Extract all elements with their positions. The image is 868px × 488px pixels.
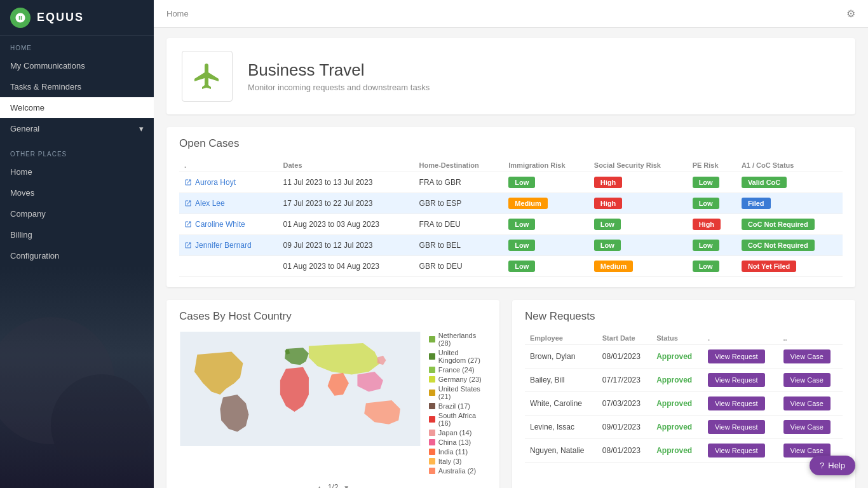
open-cases-table: . Dates Home-Destination Immigration Ris… (179, 159, 843, 277)
legend-dot (429, 353, 435, 360)
sidebar-background-image (0, 266, 154, 488)
req-start-date: 07/17/2023 (597, 369, 651, 392)
sidebar-item-home[interactable]: Home (0, 161, 154, 182)
sidebar-logo: EQUUS (0, 0, 154, 36)
case-link[interactable]: Aurora Hoyt (184, 178, 273, 187)
view-request-button[interactable]: View Request (708, 349, 765, 363)
legend-label: India (11) (438, 448, 468, 456)
req-employee: Brown, Dylan (525, 345, 597, 369)
col-imm-risk: Immigration Risk (503, 159, 589, 172)
req-status: Approved (651, 439, 703, 463)
legend-item: Italy (3) (429, 458, 487, 465)
status-badge: Approved (656, 399, 692, 408)
legend-label: Netherlands (28) (438, 332, 487, 347)
view-case-button[interactable]: View Case (783, 396, 831, 410)
page-content: Business Travel Monitor incoming request… (154, 28, 868, 488)
case-ss-risk: High (589, 193, 688, 214)
equus-logo-icon (10, 8, 31, 28)
case-imm-risk: Low (503, 256, 589, 277)
help-label: Help (828, 461, 845, 470)
sidebar-item-billing[interactable]: Billing (0, 224, 154, 245)
main-content: Home ⚙ Business Travel Monitor incoming … (154, 0, 868, 488)
sidebar-item-configuration[interactable]: Configuration (0, 245, 154, 266)
view-case-button[interactable]: View Case (783, 349, 831, 363)
case-link[interactable]: Caroline White (184, 220, 273, 229)
view-request-button[interactable]: View Request (708, 420, 765, 434)
req-status: Approved (651, 392, 703, 416)
pagination-indicator: 1/2 (328, 483, 339, 488)
case-name[interactable]: Caroline White (195, 220, 245, 229)
case-route: FRA to GBR (414, 172, 504, 193)
legend-dot (429, 367, 435, 373)
chevron-down-icon: ▾ (139, 124, 144, 133)
sidebar-item-welcome[interactable]: Welcome (0, 97, 154, 118)
col-coc-status: A1 / CoC Status (736, 159, 843, 172)
help-button[interactable]: ? Help (810, 456, 855, 475)
view-case-button[interactable]: View Case (783, 420, 831, 434)
case-link[interactable]: Alex Lee (184, 199, 273, 208)
request-row: Brown, Dylan08/01/2023ApprovedView Reque… (525, 345, 843, 369)
req-employee: Levine, Issac (525, 416, 597, 439)
sidebar-item-moves[interactable]: Moves (0, 182, 154, 203)
req-col-action1: . (703, 332, 778, 345)
case-name[interactable]: Aurora Hoyt (195, 178, 236, 187)
settings-button[interactable]: ⚙ (846, 8, 855, 20)
case-name[interactable]: Jennifer Bernard (195, 241, 252, 250)
case-pe-risk: High (688, 214, 736, 235)
legend-label: Australia (2) (438, 467, 476, 475)
case-route: FRA to DEU (414, 214, 504, 235)
request-row: Nguyen, Natalie08/01/2023ApprovedView Re… (525, 439, 843, 463)
legend-dot (429, 458, 435, 464)
req-status: Approved (651, 416, 703, 439)
map-legend: Netherlands (28)United Kingdom (27)Franc… (429, 332, 487, 477)
sidebar-item-my-communications[interactable]: My Communications (0, 55, 154, 76)
status-badge: Approved (656, 423, 692, 431)
case-ss-risk: Low (589, 235, 688, 256)
view-case-button[interactable]: View Case (783, 373, 831, 387)
legend-label: United States (21) (438, 385, 487, 400)
col-icon: . (179, 159, 278, 172)
legend-item: Brazil (17) (429, 402, 487, 410)
legend-dot (429, 430, 435, 436)
req-col-employee: Employee (525, 332, 597, 345)
request-row: Levine, Issac09/01/2023ApprovedView Requ… (525, 416, 843, 439)
legend-label: South Africa (16) (438, 412, 487, 427)
view-request-button[interactable]: View Request (708, 444, 765, 458)
view-request-button[interactable]: View Request (708, 396, 765, 410)
req-col-action2: .. (778, 332, 843, 345)
case-ss-risk: High (589, 172, 688, 193)
legend-label: Brazil (17) (438, 402, 470, 410)
req-status: Approved (651, 369, 703, 392)
pagination-prev-button[interactable]: ▲ (316, 484, 323, 489)
pagination-row: ▲ 1/2 ▼ (179, 483, 487, 488)
sidebar-other-places: OTHER PLACES Home Moves Company Billing … (0, 142, 154, 266)
status-badge: Approved (656, 446, 692, 455)
case-ss-risk: Low (589, 214, 688, 235)
legend-item: India (11) (429, 448, 487, 456)
case-name[interactable]: Alex Lee (195, 199, 225, 208)
case-ss-risk: Medium (589, 256, 688, 277)
sidebar-item-company[interactable]: Company (0, 203, 154, 224)
case-pe-risk: Low (688, 193, 736, 214)
view-request-button[interactable]: View Request (708, 373, 765, 387)
case-imm-risk: Medium (503, 193, 589, 214)
case-link[interactable]: Jennifer Bernard (184, 241, 273, 250)
case-dates: 11 Jul 2023 to 13 Jul 2023 (278, 172, 414, 193)
open-cases-title: Open Cases (179, 137, 843, 150)
sidebar-general-section: General ▾ (0, 118, 154, 139)
case-pe-risk: Low (688, 235, 736, 256)
legend-dot (429, 468, 435, 474)
col-route: Home-Destination (414, 159, 504, 172)
map-container: Netherlands (28)United Kingdom (27)Franc… (179, 332, 487, 477)
sidebar-item-general[interactable]: General ▾ (0, 118, 154, 139)
status-badge: Approved (656, 376, 692, 384)
pagination-next-button[interactable]: ▼ (343, 484, 349, 489)
page-title: Business Travel (248, 60, 430, 80)
case-route: GBR to BEL (414, 235, 504, 256)
legend-dot (429, 390, 435, 396)
case-route: GBR to ESP (414, 193, 504, 214)
hero-card: Business Travel Monitor incoming request… (166, 38, 855, 114)
case-coc-status: CoC Not Required (736, 214, 843, 235)
legend-label: Japan (14) (438, 429, 472, 437)
sidebar-item-tasks-reminders[interactable]: Tasks & Reminders (0, 76, 154, 97)
